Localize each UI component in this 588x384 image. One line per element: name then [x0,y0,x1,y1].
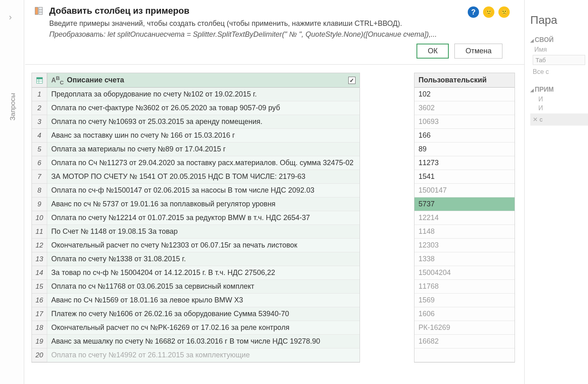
row-number: 11 [32,225,47,239]
applied-steps-section[interactable]: ПРИМ [530,86,588,93]
column-selected-checkbox[interactable]: ✓ [348,77,356,84]
query-settings-panel: Пара СВОЙ Имя Все с ПРИМ И И ✕с [524,0,588,384]
table-row[interactable]: 18Окончательный расчет по сч №РК-16269 о… [32,321,360,335]
custom-cell[interactable]: 166 [414,129,515,143]
table-row[interactable]: 20Оплата по счету №14992 от 26.11.2015 з… [32,348,360,362]
custom-cell[interactable]: 102 [414,88,515,101]
custom-cell[interactable]: 1569 [414,294,515,307]
grid-cell[interactable]: Аванс за мешалку по счету № 16682 от 16.… [47,335,360,348]
table-row[interactable]: 12Окончательный расчет по счету №12303 о… [32,239,360,252]
row-number: 10 [32,211,47,225]
table-row[interactable]: 16Аванс по Сч №1569 от 18.01.16 за левое… [32,294,360,307]
table-row[interactable]: 6Оплата по Сч №11273 от 29.04.2020 за по… [32,156,360,170]
grid-cell[interactable]: Оплата по сч-ф №1500147 от 02.06.2015 за… [47,184,360,197]
smile-feedback-icon[interactable]: 🙂 [483,6,494,18]
grid-cell[interactable]: Оплата по счету №14992 от 26.11.2015 за … [47,348,360,362]
table-row[interactable]: 14За товар по сч-ф № 15004204 от 14.12.2… [32,266,360,280]
custom-cell[interactable]: 1148 [414,225,515,239]
help-icon[interactable]: ? [468,6,479,18]
step-item[interactable]: И [538,105,588,112]
row-number: 15 [32,280,47,294]
svg-rect-5 [36,77,42,79]
grid-cell[interactable]: Окончательный расчет по счету №12303 от … [47,239,360,252]
custom-cell[interactable]: РК-16269 [414,321,515,335]
custom-cell[interactable]: 12214 [414,211,515,225]
table-row[interactable]: 19Аванс за мешалку по счету № 16682 от 1… [32,335,360,348]
panel-title: Пара [530,14,588,27]
custom-cell[interactable] [414,348,515,362]
column-header-opisanie[interactable]: ABC Описание счета ✓ [47,73,360,88]
grid-cell[interactable]: Оплата по счет-фактуре №3602 от 26.05.20… [47,101,360,115]
table-row[interactable]: 8Оплата по сч-ф №1500147 от 02.06.2015 з… [32,184,360,197]
ok-button[interactable]: ОК [416,44,449,59]
table-row[interactable]: 9Аванс по сч № 5737 от 19.01.16 за попла… [32,197,360,211]
frown-feedback-icon[interactable]: 🙁 [498,6,510,18]
table-row[interactable]: 4Аванс за поставку шин по счету № 166 от… [32,129,360,143]
banner-subtitle: Введите примеры значений, чтобы создать … [49,19,581,28]
column-icon [34,6,44,16]
custom-cell[interactable]: 1500147 [414,184,515,197]
custom-cell[interactable]: 11768 [414,280,515,294]
custom-cell[interactable]: 15004204 [414,266,515,280]
table-row[interactable]: 7ЗА МОТОР ПО СЧЕТУ № 1541 ОТ 20.05.2015 … [32,170,360,184]
step-item[interactable]: И [538,96,588,103]
grid-cell[interactable]: Оплата по сч №11768 от 03.06.2015 за сер… [47,280,360,294]
table-options-icon[interactable] [32,73,47,88]
table-row[interactable]: 10Оплата по счету №12214 от 01.07.2015 з… [32,211,360,225]
banner-formula: Преобразовать: let splitОписаниесчета = … [49,30,581,39]
custom-column-header[interactable]: Пользовательский [414,73,515,88]
grid-cell[interactable]: Окончательный расчет по сч №РК-16269 от … [47,321,360,335]
grid-cell[interactable]: За товар по сч-ф № 15004204 от 14.12.201… [47,266,360,280]
custom-cell[interactable]: 10693 [414,115,515,129]
add-column-from-examples-banner: ? 🙂 🙁 Добавить столбец из примеров Введи… [25,0,588,65]
row-number: 4 [32,129,47,143]
custom-cell[interactable]: 16682 [414,335,515,348]
row-number: 13 [32,252,47,266]
query-name-input[interactable] [533,55,585,65]
table-row[interactable]: 3Оплата по счету №10693 от 25.03.2015 за… [32,115,360,129]
grid-cell[interactable]: Платеж по счету №1606 от 26.02.16 за обо… [47,307,360,321]
grid-cell[interactable]: Оплата по счету №10693 от 25.03.2015 за … [47,115,360,129]
grid-cell[interactable]: Аванс за поставку шин по счету № 166 от … [47,129,360,143]
custom-cell[interactable]: 11273 [414,156,515,170]
grid-cell[interactable]: Аванс по Сч №1569 от 18.01.16 за левое к… [47,294,360,307]
row-number: 8 [32,184,47,197]
grid-cell[interactable]: Оплата по Сч №11273 от 29.04.2020 за пос… [47,156,360,170]
row-number: 2 [32,101,47,115]
table-row[interactable]: 17Платеж по счету №1606 от 26.02.16 за о… [32,307,360,321]
table-row[interactable]: 11По Счет № 1148 от 19.08.15 За товар [32,225,360,239]
grid-cell[interactable]: По Счет № 1148 от 19.08.15 За товар [47,225,360,239]
grid-cell[interactable]: Аванс по сч № 5737 от 19.01.16 за поплав… [47,197,360,211]
row-number: 5 [32,143,47,156]
grid-cell[interactable]: ЗА МОТОР ПО СЧЕТУ № 1541 ОТ 20.05.2015 Н… [47,170,360,184]
grid-cell[interactable]: Оплата по счету №12214 от 01.07.2015 за … [47,211,360,225]
row-number: 16 [32,294,47,307]
grid-cell[interactable]: Предоплата за оборудование по счету №102… [47,88,360,101]
delete-step-icon[interactable]: ✕ [533,116,538,123]
custom-cell[interactable]: 3602 [414,101,515,115]
expand-chevron-icon[interactable]: › [9,12,12,23]
custom-cell[interactable]: 1606 [414,307,515,321]
custom-cell[interactable]: 5737 [414,197,515,211]
table-row[interactable]: 13Оплата по счету №1338 от 31.08.2015 г. [32,252,360,266]
queries-label: Запросы [9,93,17,121]
table-row[interactable]: 5Оплата за материалы по счету №89 от 17.… [32,143,360,156]
table-row[interactable]: 1Предоплата за оборудование по счету №10… [32,88,360,101]
table-row[interactable]: 15Оплата по сч №11768 от 03.06.2015 за с… [32,280,360,294]
grid-cell[interactable]: Оплата за материалы по счету №89 от 17.0… [47,143,360,156]
table-row[interactable]: 2Оплата по счет-фактуре №3602 от 26.05.2… [32,101,360,115]
step-item-current[interactable]: ✕с [530,113,588,126]
custom-cell[interactable]: 1338 [414,252,515,266]
cancel-button[interactable]: Отмена [454,44,502,59]
custom-cell[interactable]: 89 [414,143,515,156]
grid-cell[interactable]: Оплата по счету №1338 от 31.08.2015 г. [47,252,360,266]
text-type-icon: ABC [51,75,64,86]
custom-cell[interactable]: 12303 [414,239,515,252]
custom-column-grid: Пользовательский 10236021069316689112731… [414,73,515,363]
custom-cell[interactable]: 1541 [414,170,515,184]
name-label: Имя [534,46,588,53]
all-properties-link[interactable]: Все с [533,68,588,76]
row-number: 19 [32,335,47,348]
properties-section[interactable]: СВОЙ [530,36,588,44]
queries-left-rail[interactable]: › Запросы [0,0,24,384]
